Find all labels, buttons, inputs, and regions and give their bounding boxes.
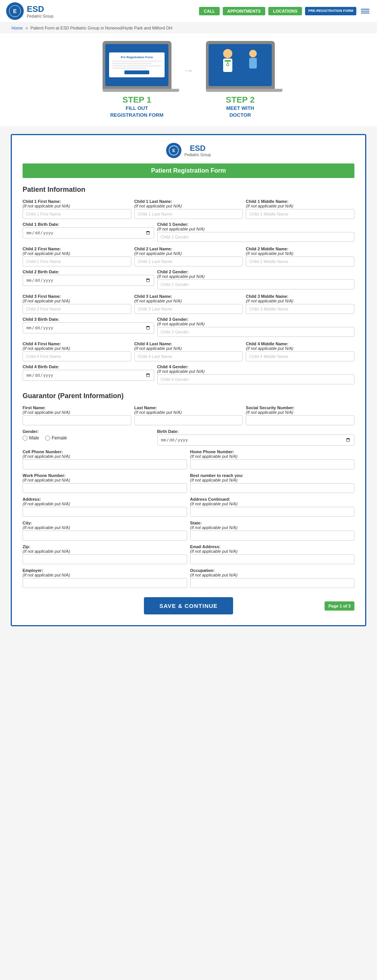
menu-icon-line1 xyxy=(361,9,369,10)
call-button[interactable]: CALL xyxy=(199,7,219,15)
guarantor-gender-group: Gender: Male Female xyxy=(23,429,154,441)
guarantor-dob-group: Birth Date: xyxy=(157,429,354,446)
form-logo-icon: E xyxy=(168,145,179,156)
guarantor-title: Guarantor (Parent Information) xyxy=(23,392,354,400)
step1-label: STEP 1 xyxy=(103,95,171,105)
guarantor-employer-group: Employer: (If not applicable put N/A) xyxy=(23,568,187,588)
guarantor-state-group: State: (If not applicable put N/A) xyxy=(190,521,355,541)
guarantor-employer-input[interactable] xyxy=(23,578,187,588)
guarantor-address-input[interactable] xyxy=(23,507,187,517)
arrow-icon: → xyxy=(183,64,194,77)
guarantor-work-input[interactable] xyxy=(23,483,187,493)
guarantor-occupation-input[interactable] xyxy=(190,578,355,588)
guarantor-last-label: Last Name: (If not applicable put N/A) xyxy=(134,405,243,415)
child3-middle-input[interactable] xyxy=(246,304,354,314)
form-logo-pediatric: Pediatric Group xyxy=(184,153,211,157)
gender-male-label[interactable]: Male xyxy=(23,435,39,441)
child1-gender-input[interactable] xyxy=(157,232,354,242)
step2-desc: MEET WITHDOCTOR xyxy=(206,105,275,119)
guarantor-first-input[interactable] xyxy=(23,415,131,425)
form-title-bar: Patient Registration Form xyxy=(23,163,354,178)
child1-first-label: Child 1 First Name: (If not applicable p… xyxy=(23,199,131,208)
guarantor-dob-input[interactable] xyxy=(157,434,354,446)
child3-last-label: Child 3 Last Name: (If not applicable pu… xyxy=(134,294,243,303)
child4-gender-input[interactable] xyxy=(157,374,354,384)
locations-button[interactable]: LOCATIONS xyxy=(268,7,302,15)
guarantor-email-input[interactable] xyxy=(190,554,355,564)
gender-female-label[interactable]: Female xyxy=(45,435,67,441)
child2-last-input[interactable] xyxy=(134,256,243,266)
child2-gender-input[interactable] xyxy=(157,279,354,289)
svg-point-2 xyxy=(223,49,232,58)
child3-first-input[interactable] xyxy=(23,304,131,314)
child2-middle-label: Child 2 Middle Name: (If not applicable … xyxy=(246,247,354,256)
guarantor-state-input[interactable] xyxy=(190,531,355,541)
guarantor-address2-group: Address Continued: (If not applicable pu… xyxy=(190,497,355,517)
child4-last-label: Child 4 Last Name: (If not applicable pu… xyxy=(134,341,243,351)
child4-dob-gender-row: Child 4 Birth Date: Child 4 Gender: (If … xyxy=(23,364,354,384)
child3-last-input[interactable] xyxy=(134,304,243,314)
guarantor-city-label: City: (If not applicable put N/A) xyxy=(23,521,187,530)
guarantor-ssn-group: Social Security Number: (If not applicab… xyxy=(246,405,354,425)
guarantor-email-group: Email Address: (If not applicable put N/… xyxy=(190,544,355,564)
guarantor-address-label: Address: (If not applicable put N/A) xyxy=(23,497,187,506)
child4-last-group: Child 4 Last Name: (If not applicable pu… xyxy=(134,341,243,361)
svg-text:E: E xyxy=(172,149,175,153)
child2-first-input[interactable] xyxy=(23,256,131,266)
child3-gender-input[interactable] xyxy=(157,327,354,337)
child2-first-label: Child 2 First Name: (If not applicable p… xyxy=(23,247,131,256)
logo[interactable]: E ESD Pediatric Group xyxy=(6,2,53,20)
child2-middle-input[interactable] xyxy=(246,256,354,266)
guarantor-work-group: Work Phone Number: (If not applicable pu… xyxy=(23,473,187,493)
guarantor-best-group: Best number to reach you: (If not applic… xyxy=(190,473,355,493)
child2-last-label: Child 2 Last Name: (If not applicable pu… xyxy=(134,247,243,256)
patient-info-section: Patient Information Child 1 First Name: … xyxy=(23,186,354,384)
child4-first-input[interactable] xyxy=(23,351,131,361)
guarantor-cell-input[interactable] xyxy=(23,459,187,469)
guarantor-address2-input[interactable] xyxy=(190,507,355,517)
guarantor-phone-row2: Work Phone Number: (If not applicable pu… xyxy=(23,473,354,493)
child4-last-input[interactable] xyxy=(134,351,243,361)
guarantor-zip-input[interactable] xyxy=(23,554,187,564)
guarantor-occupation-group: Occupation: (If not applicable put N/A) xyxy=(190,568,355,588)
gender-female-radio[interactable] xyxy=(45,436,50,441)
child1-first-input[interactable] xyxy=(23,209,131,219)
breadcrumb-home[interactable]: Home xyxy=(11,26,23,30)
guarantor-city-input[interactable] xyxy=(23,531,187,541)
guarantor-ssn-input[interactable] xyxy=(246,415,354,425)
child1-last-input[interactable] xyxy=(134,209,243,219)
child2-dob-label: Child 2 Birth Date: xyxy=(23,270,154,274)
child1-last-group: Child 1 Last Name: (If not applicable pu… xyxy=(134,199,243,219)
guarantor-home-input[interactable] xyxy=(190,459,355,469)
gender-male-radio[interactable] xyxy=(23,436,28,441)
child1-middle-input[interactable] xyxy=(246,209,354,219)
guarantor-cell-group: Cell Phone Number: (If not applicable pu… xyxy=(23,449,187,469)
save-continue-button[interactable]: SAVE & CONTINUE xyxy=(144,597,233,614)
menu-button[interactable] xyxy=(359,7,371,15)
hero-step1: Pre Registration Form STEP 1 FILL OUTREG… xyxy=(103,41,171,119)
child1-dob-input[interactable] xyxy=(23,227,154,238)
pre-registration-button[interactable]: PRE-REGISTRATION FORM xyxy=(305,7,356,15)
breadcrumb-current: Patient Form at ESD Pediatric Group in N… xyxy=(31,26,172,30)
guarantor-email-label: Email Address: (If not applicable put N/… xyxy=(190,544,355,554)
child1-dob-gender-row: Child 1 Birth Date: Child 1 Gender: (If … xyxy=(23,222,354,242)
child3-dob-input[interactable] xyxy=(23,322,154,333)
guarantor-employer-occupation-row: Employer: (If not applicable put N/A) Oc… xyxy=(23,568,354,588)
guarantor-best-input[interactable] xyxy=(190,483,355,493)
child2-gender-group: Child 2 Gender: (If not applicable put N… xyxy=(157,270,354,289)
hero-step2: STEP 2 MEET WITHDOCTOR xyxy=(206,41,275,119)
appointments-button[interactable]: APPOINTMENTS xyxy=(223,7,265,15)
child4-middle-input[interactable] xyxy=(246,351,354,361)
logo-pediatric: Pediatric Group xyxy=(27,14,53,18)
child4-gender-group: Child 4 Gender: (If not applicable put N… xyxy=(157,364,354,384)
child3-name-row: Child 3 First Name: (If not applicable p… xyxy=(23,294,354,314)
guarantor-home-label: Home Phone Number: (If not applicable pu… xyxy=(190,449,355,459)
menu-icon-line3 xyxy=(361,13,369,13)
guarantor-city-group: City: (If not applicable put N/A) xyxy=(23,521,187,541)
child4-dob-input[interactable] xyxy=(23,370,154,381)
breadcrumb-separator: » xyxy=(25,26,28,30)
child2-dob-input[interactable] xyxy=(23,275,154,286)
guarantor-gender-label: Gender: xyxy=(23,429,154,434)
svg-rect-8 xyxy=(249,58,257,69)
guarantor-last-input[interactable] xyxy=(134,415,243,425)
